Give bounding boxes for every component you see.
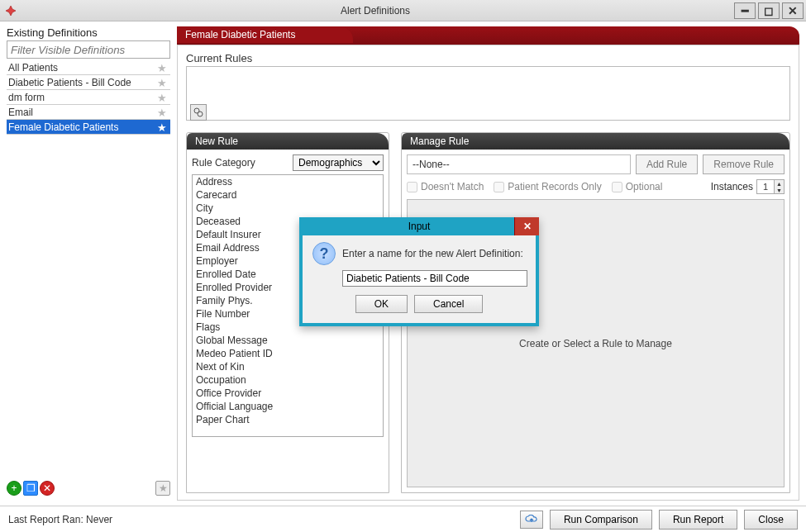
window-controls: ━ ◻ ✕ <box>734 2 806 19</box>
upload-button[interactable] <box>520 511 543 529</box>
definition-item[interactable]: All Patients★ <box>7 60 170 75</box>
selected-rule-display: --None-- <box>407 154 631 174</box>
run-report-button[interactable]: Run Report <box>659 510 737 530</box>
star-icon[interactable]: ★ <box>157 107 169 118</box>
spin-down-icon[interactable]: ▼ <box>774 187 784 193</box>
dialog-close-button[interactable]: ✕ <box>514 217 539 235</box>
rule-option[interactable]: Official Language <box>193 400 383 413</box>
svg-marker-0 <box>6 6 16 16</box>
delete-definition-button[interactable]: ✕ <box>40 481 55 496</box>
doesnt-match-checkbox[interactable]: Doesn't Match <box>407 181 484 192</box>
manage-rule-placeholder: Create or Select a Rule to Manage <box>519 338 672 349</box>
window-title: Alert Definitions <box>17 5 734 17</box>
existing-definitions-heading: Existing Definitions <box>7 26 170 39</box>
instances-label: Instances <box>711 181 753 192</box>
definitions-list: All Patients★ Diabetic Patients - Bill C… <box>7 60 170 135</box>
spin-up-icon[interactable]: ▲ <box>774 180 784 187</box>
remove-rule-button[interactable]: Remove Rule <box>703 154 785 174</box>
definition-label: All Patients <box>8 62 58 74</box>
current-rules-label: Current Rules <box>186 52 790 64</box>
definition-item[interactable]: dm form★ <box>7 90 170 105</box>
close-button[interactable]: Close <box>744 510 798 530</box>
definition-label: Female Diabetic Patients <box>8 121 118 133</box>
copy-definition-button[interactable]: ❐ <box>23 481 38 496</box>
rule-option[interactable]: Next of Kin <box>193 360 383 373</box>
rule-category-select[interactable]: Demographics <box>293 154 384 171</box>
input-dialog: Input ✕ ? Enter a name for the new Alert… <box>299 217 539 326</box>
question-icon: ? <box>312 242 336 265</box>
dialog-title-bar: Input ✕ <box>299 217 539 235</box>
instances-value: 1 <box>757 180 774 193</box>
star-icon[interactable]: ★ <box>157 77 169 88</box>
definition-title: Female Diabetic Patients <box>177 26 353 43</box>
definition-item[interactable]: Diabetic Patients - Bill Code★ <box>7 75 170 90</box>
rule-category-label: Rule Category <box>192 157 286 169</box>
patient-records-checkbox[interactable]: Patient Records Only <box>494 181 601 192</box>
manage-rule-heading: Manage Rule <box>402 133 789 150</box>
title-bar: Alert Definitions ━ ◻ ✕ <box>0 0 806 21</box>
definition-label: Email <box>8 107 33 118</box>
cancel-button[interactable]: Cancel <box>414 295 483 313</box>
last-report-status: Last Report Ran: Never <box>8 514 112 525</box>
new-rule-heading: New Rule <box>187 133 389 150</box>
definition-header: Female Diabetic Patients <box>177 26 799 45</box>
star-icon[interactable]: ★ <box>157 62 169 74</box>
rule-option[interactable]: City <box>193 202 383 215</box>
close-window-button[interactable]: ✕ <box>782 2 804 19</box>
rule-option[interactable]: Paper Chart <box>193 413 383 426</box>
favorite-toggle-button[interactable]: ★ <box>155 481 170 496</box>
minimize-button[interactable]: ━ <box>734 2 756 19</box>
definition-label: Diabetic Patients - Bill Code <box>8 77 131 88</box>
ok-button[interactable]: OK <box>355 295 408 313</box>
gear-icon <box>193 107 203 117</box>
cloud-upload-icon <box>525 515 538 525</box>
rule-option[interactable]: Medeo Patient ID <box>193 347 383 360</box>
current-rules-area <box>186 66 790 121</box>
rule-option[interactable]: Occupation <box>193 373 383 387</box>
maximize-button[interactable]: ◻ <box>758 2 780 19</box>
star-icon[interactable]: ★ <box>157 121 169 133</box>
definition-label: dm form <box>8 92 45 103</box>
add-definition-button[interactable]: + <box>7 481 21 496</box>
definition-item[interactable]: Email★ <box>7 105 170 120</box>
rule-option[interactable]: Office Provider <box>193 387 383 400</box>
instances-spinner[interactable]: 1 ▲▼ <box>756 179 785 194</box>
run-comparison-button[interactable]: Run Comparison <box>550 510 652 530</box>
svg-point-2 <box>198 112 203 116</box>
rules-settings-button[interactable] <box>190 104 207 121</box>
rule-option[interactable]: Global Message <box>193 334 383 347</box>
add-rule-button[interactable]: Add Rule <box>636 154 698 174</box>
dialog-title: Input <box>408 221 431 232</box>
definition-name-input[interactable] <box>342 270 527 287</box>
rule-option[interactable]: Address <box>193 175 383 188</box>
footer-bar: Last Report Ran: Never Run Comparison Ru… <box>0 506 806 532</box>
optional-checkbox[interactable]: Optional <box>612 181 663 192</box>
rule-option[interactable]: Carecard <box>193 188 383 202</box>
star-icon[interactable]: ★ <box>157 92 169 103</box>
existing-definitions-panel: Existing Definitions All Patients★ Diabe… <box>7 26 170 501</box>
filter-definitions-input[interactable] <box>7 40 170 59</box>
app-icon <box>5 5 17 17</box>
dialog-prompt: Enter a name for the new Alert Definitio… <box>342 248 523 259</box>
definition-tools: + ❐ ✕ ★ <box>7 481 170 501</box>
definition-item[interactable]: Female Diabetic Patients★ <box>7 120 170 135</box>
